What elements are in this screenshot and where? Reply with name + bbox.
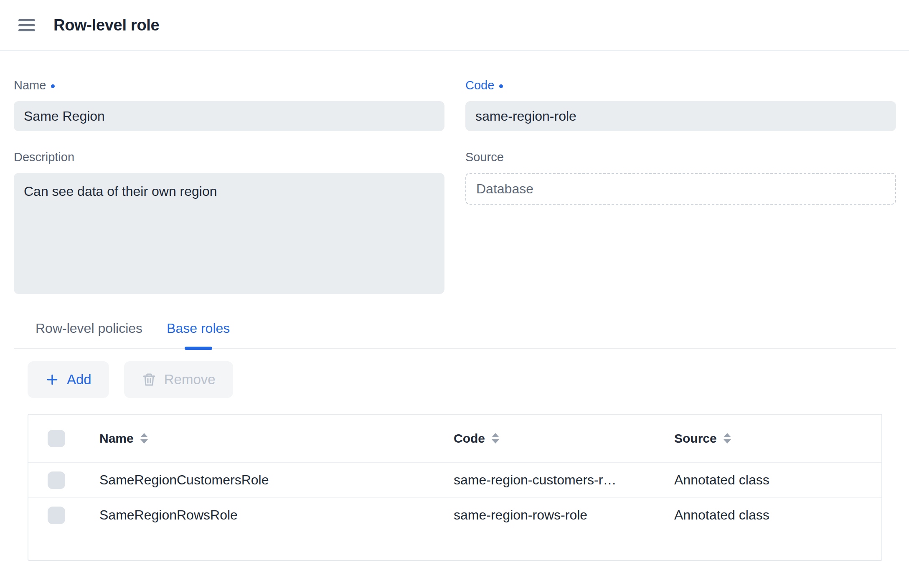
description-label-text: Description bbox=[14, 150, 74, 165]
cell-code: same-region-rows-role bbox=[439, 507, 659, 523]
source-readonly-field: Database bbox=[465, 173, 896, 205]
row-checkbox-cell bbox=[28, 471, 84, 489]
description-textarea[interactable]: Can see data of their own region bbox=[14, 173, 444, 294]
main-content: Name Code Description Can see data of th… bbox=[0, 51, 909, 561]
select-all-checkbox[interactable] bbox=[48, 430, 65, 447]
code-input[interactable] bbox=[465, 101, 896, 131]
remove-button-label: Remove bbox=[164, 372, 216, 388]
sort-arrows-icon bbox=[492, 433, 499, 444]
code-label-text: Code bbox=[465, 78, 494, 93]
field-source: Source Database bbox=[465, 150, 896, 205]
column-header-code[interactable]: Code bbox=[439, 431, 659, 446]
field-code: Code bbox=[465, 78, 896, 131]
detail-form: Name Code Description Can see data of th… bbox=[14, 78, 896, 296]
app-header: Row-level role bbox=[0, 0, 909, 51]
select-row-checkbox[interactable] bbox=[48, 507, 65, 524]
table-row[interactable]: SameRegionCustomersRole same-region-cust… bbox=[28, 463, 881, 497]
plus-icon bbox=[45, 373, 59, 387]
required-dot-icon bbox=[499, 84, 503, 88]
field-description: Description Can see data of their own re… bbox=[14, 150, 444, 296]
cell-code: same-region-customers-r… bbox=[439, 472, 659, 488]
cell-name: SameRegionCustomersRole bbox=[84, 472, 439, 488]
source-label-text: Source bbox=[465, 150, 504, 165]
tab-bar: Row-level policies Base roles bbox=[14, 321, 896, 349]
trash-icon bbox=[142, 372, 157, 387]
column-header-code-label: Code bbox=[454, 431, 485, 446]
tab-base-roles[interactable]: Base roles bbox=[167, 321, 230, 348]
source-label: Source bbox=[465, 150, 896, 165]
cell-name: SameRegionRowsRole bbox=[84, 507, 439, 523]
column-header-source[interactable]: Source bbox=[659, 431, 881, 446]
sort-arrows-icon bbox=[724, 433, 731, 444]
tab-row-level-policies[interactable]: Row-level policies bbox=[36, 321, 142, 348]
table-row[interactable]: SameRegionRowsRole same-region-rows-role… bbox=[28, 497, 881, 532]
select-row-checkbox[interactable] bbox=[48, 471, 65, 489]
table-header-row: Name Code Source bbox=[28, 415, 881, 463]
name-input[interactable] bbox=[14, 101, 444, 131]
base-roles-panel: Add Remove Name bbox=[14, 361, 896, 561]
base-roles-table: Name Code Source SameRegionCustomersRole… bbox=[28, 414, 882, 561]
list-toolbar: Add Remove bbox=[28, 361, 882, 398]
description-label: Description bbox=[14, 150, 444, 165]
sort-arrows-icon bbox=[140, 433, 148, 444]
name-label-text: Name bbox=[14, 78, 46, 93]
page-title: Row-level role bbox=[53, 16, 159, 34]
column-header-name[interactable]: Name bbox=[84, 431, 439, 446]
required-dot-icon bbox=[51, 84, 55, 88]
add-button-label: Add bbox=[67, 372, 91, 388]
header-checkbox-cell bbox=[28, 430, 84, 447]
source-value: Database bbox=[476, 181, 533, 197]
column-header-name-label: Name bbox=[99, 431, 134, 446]
field-name: Name bbox=[14, 78, 444, 131]
column-header-source-label: Source bbox=[674, 431, 717, 446]
row-checkbox-cell bbox=[28, 507, 84, 524]
code-label[interactable]: Code bbox=[465, 78, 896, 93]
name-label: Name bbox=[14, 78, 444, 93]
add-button[interactable]: Add bbox=[28, 361, 109, 398]
cell-source: Annotated class bbox=[659, 472, 881, 488]
hamburger-menu-icon[interactable] bbox=[18, 19, 35, 31]
remove-button[interactable]: Remove bbox=[124, 361, 233, 398]
cell-source: Annotated class bbox=[659, 507, 881, 523]
